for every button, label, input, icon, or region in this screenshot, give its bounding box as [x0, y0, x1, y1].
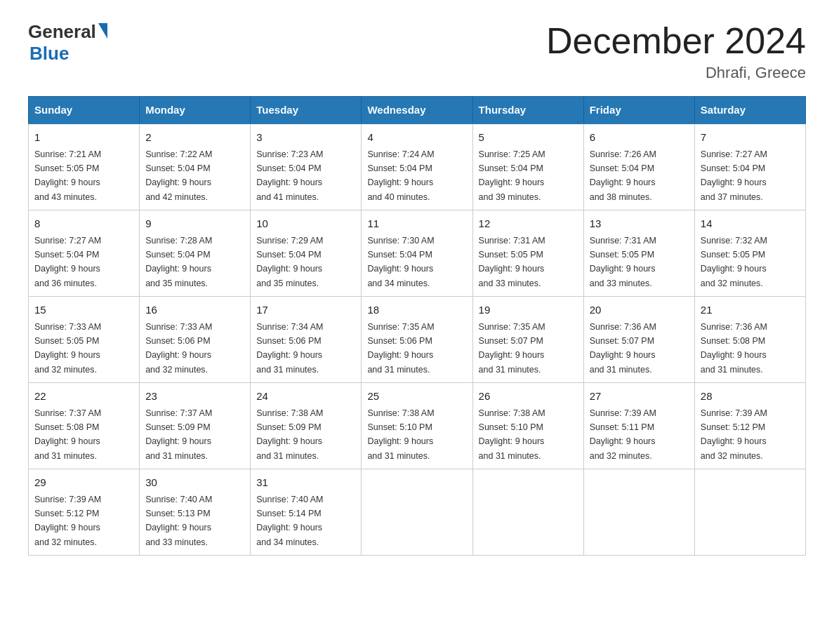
day-info: Sunrise: 7:25 AMSunset: 5:04 PMDaylight:… [479, 149, 545, 202]
day-info: Sunrise: 7:39 AMSunset: 5:12 PMDaylight:… [701, 408, 767, 461]
calendar-cell: 13 Sunrise: 7:31 AMSunset: 5:05 PMDaylig… [583, 210, 694, 297]
calendar-cell [583, 469, 694, 556]
day-info: Sunrise: 7:28 AMSunset: 5:04 PMDaylight:… [145, 236, 212, 288]
calendar-cell: 23 Sunrise: 7:37 AMSunset: 5:09 PMDaylig… [140, 383, 251, 469]
logo: General Blue [28, 21, 107, 65]
day-info: Sunrise: 7:31 AMSunset: 5:05 PMDaylight:… [479, 236, 545, 288]
calendar-header: SundayMondayTuesdayWednesdayThursdayFrid… [29, 97, 806, 124]
day-number: 16 [145, 302, 244, 318]
day-info: Sunrise: 7:35 AMSunset: 5:06 PMDaylight:… [367, 322, 434, 375]
day-number: 14 [701, 216, 800, 232]
day-info: Sunrise: 7:33 AMSunset: 5:05 PMDaylight:… [34, 322, 101, 375]
day-number: 17 [256, 302, 355, 318]
day-number: 24 [256, 389, 355, 405]
day-number: 28 [701, 389, 800, 405]
day-number: 31 [256, 475, 355, 491]
header-cell-sunday: Sunday [29, 97, 140, 124]
day-number: 18 [367, 302, 466, 318]
calendar-cell: 20 Sunrise: 7:36 AMSunset: 5:07 PMDaylig… [583, 297, 694, 383]
page-header: General Blue December 2024 Dhrafi, Greec… [28, 21, 806, 82]
calendar-body: 1 Sunrise: 7:21 AMSunset: 5:05 PMDayligh… [29, 123, 806, 556]
day-info: Sunrise: 7:22 AMSunset: 5:04 PMDaylight:… [145, 149, 212, 202]
logo-triangle-icon [98, 23, 107, 39]
header-cell-saturday: Saturday [694, 97, 805, 124]
day-number: 5 [479, 130, 578, 146]
day-info: Sunrise: 7:21 AMSunset: 5:05 PMDaylight:… [34, 149, 101, 202]
day-info: Sunrise: 7:27 AMSunset: 5:04 PMDaylight:… [701, 149, 767, 202]
calendar-title: December 2024 [546, 21, 806, 61]
calendar-cell: 28 Sunrise: 7:39 AMSunset: 5:12 PMDaylig… [694, 383, 805, 469]
calendar-cell: 25 Sunrise: 7:38 AMSunset: 5:10 PMDaylig… [362, 383, 472, 469]
header-cell-wednesday: Wednesday [362, 97, 472, 124]
calendar-cell: 22 Sunrise: 7:37 AMSunset: 5:08 PMDaylig… [29, 383, 140, 469]
calendar-cell: 9 Sunrise: 7:28 AMSunset: 5:04 PMDayligh… [140, 210, 251, 297]
day-number: 26 [479, 389, 578, 405]
calendar-cell: 15 Sunrise: 7:33 AMSunset: 5:05 PMDaylig… [29, 297, 140, 383]
day-info: Sunrise: 7:36 AMSunset: 5:08 PMDaylight:… [701, 322, 767, 375]
day-number: 2 [145, 130, 244, 146]
day-info: Sunrise: 7:40 AMSunset: 5:13 PMDaylight:… [145, 495, 212, 547]
day-number: 8 [34, 216, 133, 232]
day-info: Sunrise: 7:24 AMSunset: 5:04 PMDaylight:… [367, 149, 434, 202]
calendar-cell: 2 Sunrise: 7:22 AMSunset: 5:04 PMDayligh… [140, 123, 251, 210]
day-info: Sunrise: 7:34 AMSunset: 5:06 PMDaylight:… [256, 322, 323, 375]
header-cell-thursday: Thursday [472, 97, 583, 124]
calendar-subtitle: Dhrafi, Greece [546, 64, 806, 82]
calendar-cell: 18 Sunrise: 7:35 AMSunset: 5:06 PMDaylig… [362, 297, 472, 383]
day-number: 10 [256, 216, 355, 232]
day-number: 20 [590, 302, 689, 318]
day-number: 19 [479, 302, 578, 318]
day-number: 15 [34, 302, 133, 318]
day-info: Sunrise: 7:38 AMSunset: 5:10 PMDaylight:… [367, 408, 434, 461]
day-number: 13 [590, 216, 689, 232]
calendar-cell: 19 Sunrise: 7:35 AMSunset: 5:07 PMDaylig… [472, 297, 583, 383]
header-cell-tuesday: Tuesday [251, 97, 362, 124]
calendar-cell: 10 Sunrise: 7:29 AMSunset: 5:04 PMDaylig… [251, 210, 362, 297]
day-number: 3 [256, 130, 355, 146]
day-info: Sunrise: 7:36 AMSunset: 5:07 PMDaylight:… [590, 322, 656, 375]
calendar-week-1: 1 Sunrise: 7:21 AMSunset: 5:05 PMDayligh… [29, 123, 806, 210]
calendar-cell: 14 Sunrise: 7:32 AMSunset: 5:05 PMDaylig… [694, 210, 805, 297]
calendar-cell: 30 Sunrise: 7:40 AMSunset: 5:13 PMDaylig… [140, 469, 251, 556]
day-number: 11 [367, 216, 466, 232]
day-info: Sunrise: 7:23 AMSunset: 5:04 PMDaylight:… [256, 149, 323, 202]
calendar-week-3: 15 Sunrise: 7:33 AMSunset: 5:05 PMDaylig… [29, 297, 806, 383]
calendar-cell: 27 Sunrise: 7:39 AMSunset: 5:11 PMDaylig… [583, 383, 694, 469]
calendar-cell: 24 Sunrise: 7:38 AMSunset: 5:09 PMDaylig… [251, 383, 362, 469]
day-info: Sunrise: 7:31 AMSunset: 5:05 PMDaylight:… [590, 236, 656, 288]
day-info: Sunrise: 7:39 AMSunset: 5:11 PMDaylight:… [590, 408, 656, 461]
calendar-cell: 8 Sunrise: 7:27 AMSunset: 5:04 PMDayligh… [29, 210, 140, 297]
day-info: Sunrise: 7:26 AMSunset: 5:04 PMDaylight:… [590, 149, 656, 202]
calendar-cell: 6 Sunrise: 7:26 AMSunset: 5:04 PMDayligh… [583, 123, 694, 210]
day-number: 30 [145, 475, 244, 491]
day-number: 6 [590, 130, 689, 146]
calendar-cell: 5 Sunrise: 7:25 AMSunset: 5:04 PMDayligh… [472, 123, 583, 210]
header-cell-monday: Monday [140, 97, 251, 124]
calendar-week-4: 22 Sunrise: 7:37 AMSunset: 5:08 PMDaylig… [29, 383, 806, 469]
logo-general: General [28, 21, 96, 43]
calendar-cell [362, 469, 472, 556]
header-row: SundayMondayTuesdayWednesdayThursdayFrid… [29, 97, 806, 124]
calendar-cell: 17 Sunrise: 7:34 AMSunset: 5:06 PMDaylig… [251, 297, 362, 383]
calendar-cell: 21 Sunrise: 7:36 AMSunset: 5:08 PMDaylig… [694, 297, 805, 383]
day-number: 27 [590, 389, 689, 405]
header-cell-friday: Friday [583, 97, 694, 124]
day-number: 7 [701, 130, 800, 146]
day-info: Sunrise: 7:38 AMSunset: 5:10 PMDaylight:… [479, 408, 545, 461]
day-info: Sunrise: 7:32 AMSunset: 5:05 PMDaylight:… [701, 236, 767, 288]
calendar-cell: 1 Sunrise: 7:21 AMSunset: 5:05 PMDayligh… [29, 123, 140, 210]
day-number: 12 [479, 216, 578, 232]
calendar-week-2: 8 Sunrise: 7:27 AMSunset: 5:04 PMDayligh… [29, 210, 806, 297]
calendar-cell: 16 Sunrise: 7:33 AMSunset: 5:06 PMDaylig… [140, 297, 251, 383]
calendar-table: SundayMondayTuesdayWednesdayThursdayFrid… [28, 96, 806, 556]
day-info: Sunrise: 7:37 AMSunset: 5:08 PMDaylight:… [34, 408, 101, 461]
day-info: Sunrise: 7:40 AMSunset: 5:14 PMDaylight:… [256, 495, 323, 547]
calendar-cell: 26 Sunrise: 7:38 AMSunset: 5:10 PMDaylig… [472, 383, 583, 469]
day-number: 29 [34, 475, 133, 491]
day-info: Sunrise: 7:33 AMSunset: 5:06 PMDaylight:… [145, 322, 212, 375]
calendar-cell: 3 Sunrise: 7:23 AMSunset: 5:04 PMDayligh… [251, 123, 362, 210]
day-info: Sunrise: 7:29 AMSunset: 5:04 PMDaylight:… [256, 236, 323, 288]
calendar-cell: 29 Sunrise: 7:39 AMSunset: 5:12 PMDaylig… [29, 469, 140, 556]
title-block: December 2024 Dhrafi, Greece [546, 21, 806, 82]
day-info: Sunrise: 7:39 AMSunset: 5:12 PMDaylight:… [34, 495, 101, 547]
